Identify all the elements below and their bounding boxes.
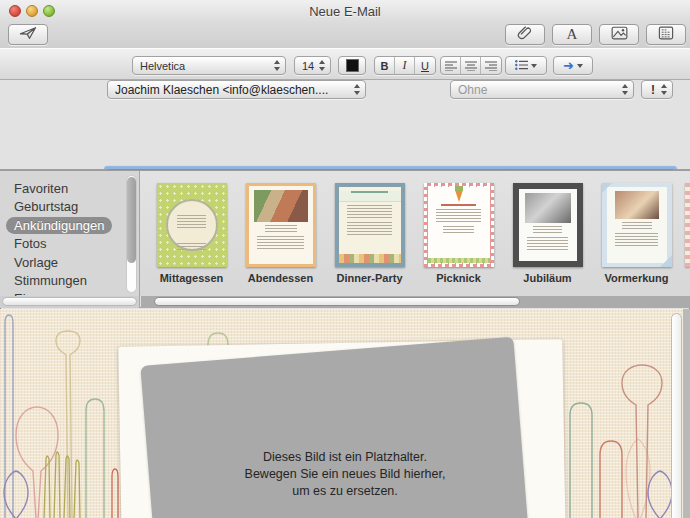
signature-value: Ohne: [458, 83, 487, 97]
bold-button[interactable]: B: [375, 57, 395, 74]
from-value: Joachim Klaeschen <info@klaeschen....: [115, 83, 328, 97]
template-jubilaeum[interactable]: Jubiläum: [503, 183, 592, 297]
chevron-down-icon: [531, 64, 537, 68]
stepper-icon: [273, 59, 282, 72]
underline-button[interactable]: U: [415, 57, 435, 74]
sidebar-item-ankuendigungen[interactable]: Ankündigungen: [14, 218, 139, 236]
chevron-down-icon: [577, 64, 583, 68]
sidebar-item-favoriten[interactable]: Favoriten: [14, 181, 139, 199]
send-button[interactable]: [8, 24, 48, 45]
template-name: Picknick: [414, 272, 503, 284]
font-family-popup[interactable]: Helvetica: [132, 56, 286, 75]
templates-hscrollbar[interactable]: [141, 296, 690, 308]
paperclip-icon: [517, 25, 533, 44]
sidebar-item-fotos[interactable]: Fotos: [14, 236, 139, 254]
template-thumbnail[interactable]: [602, 183, 672, 267]
italic-button[interactable]: I: [395, 57, 415, 74]
photo-icon: [611, 26, 628, 44]
stepper-icon: [621, 83, 630, 96]
template-name: Abendessen: [236, 272, 325, 284]
sidebar-item-stimmungen[interactable]: Stimmungen: [14, 273, 139, 291]
paper-plane-icon: [19, 26, 37, 44]
from-popup[interactable]: Joachim Klaeschen <info@klaeschen....: [107, 80, 366, 99]
template-abendessen[interactable]: Abendessen: [236, 183, 325, 297]
attach-button[interactable]: [505, 24, 545, 45]
template-thumbnail[interactable]: [246, 183, 316, 267]
category-sidebar: Favoriten Geburtstag Ankündigungen Fotos…: [0, 171, 140, 297]
alignment-segmented-control: [440, 56, 502, 75]
align-center-button[interactable]: [461, 57, 481, 74]
header-fields: An: + Betreff: ≡ Von: Joachim Klaeschen …: [0, 80, 690, 170]
fonts-button[interactable]: A: [552, 24, 592, 45]
style-segmented-control: B I U: [374, 56, 436, 75]
template-thumbnail[interactable]: [424, 183, 494, 267]
template-dinner-party[interactable]: Dinner-Party: [325, 183, 414, 297]
placeholder-line: um es zu ersetzen.: [170, 483, 520, 500]
template-name: Dinner-Party: [325, 272, 414, 284]
template-thumbnail[interactable]: [513, 183, 583, 267]
template-strip: Mittagessen Abendessen Dinner-Party Pick…: [141, 171, 690, 297]
signature-popup[interactable]: Ohne: [450, 80, 634, 99]
indent-arrow-icon: ➜: [563, 59, 574, 72]
indent-popup[interactable]: ➜: [553, 56, 593, 75]
placeholder-text: Dieses Bild ist ein Platzhalter. Bewegen…: [170, 449, 520, 500]
template-name: Jubiläum: [503, 272, 592, 284]
letter-A-icon: A: [567, 26, 578, 43]
font-size-value: 14: [302, 60, 314, 72]
sidebar-item-geburtstag[interactable]: Geburtstag: [14, 199, 139, 217]
template-thumbnail[interactable]: [157, 183, 227, 267]
stepper-icon: [660, 83, 669, 96]
bullet-list-icon: [515, 60, 528, 72]
sidebar-item-vorlage[interactable]: Vorlage: [14, 255, 139, 273]
template-mittagessen[interactable]: Mittagessen: [147, 183, 236, 297]
font-family-value: Helvetica: [140, 60, 185, 72]
align-right-button[interactable]: [481, 57, 501, 74]
sidebar-hscrollbar-thumb[interactable]: [2, 297, 137, 306]
priority-glyph: !: [651, 83, 655, 97]
window-title: Neue E-Mail: [0, 4, 690, 19]
toolbar: A: [0, 22, 690, 48]
message-body[interactable]: Dieses Bild ist ein Platzhalter. Bewegen…: [0, 309, 690, 518]
align-left-button[interactable]: [441, 57, 461, 74]
sidebar-scrollbar-thumb[interactable]: [127, 177, 136, 263]
color-swatch-icon: [346, 59, 359, 72]
body-scrollbar-thumb[interactable]: [671, 313, 682, 518]
title-bar: Neue E-Mail: [0, 0, 690, 22]
stepper-icon: [318, 59, 327, 72]
stationery-browser: Favoriten Geburtstag Ankündigungen Fotos…: [0, 170, 690, 296]
browser-scroll-strip: [0, 296, 690, 308]
stationery-button[interactable]: [646, 24, 686, 45]
template-partial-next[interactable]: [685, 183, 690, 267]
priority-popup[interactable]: !: [641, 80, 673, 99]
font-size-popup[interactable]: 14: [294, 56, 331, 75]
templates-hscrollbar-thumb[interactable]: [154, 297, 520, 306]
window-edge: [683, 309, 690, 518]
sidebar-scrollbar[interactable]: [126, 175, 137, 293]
template-picknick[interactable]: Picknick: [414, 183, 503, 297]
stepper-icon: [353, 83, 362, 96]
format-bar: Helvetica 14 B I U ➜: [0, 48, 690, 80]
photo-browser-button[interactable]: [599, 24, 639, 45]
template-name: Vormerkung: [592, 272, 681, 284]
template-thumbnail[interactable]: [335, 183, 405, 267]
template-name: Mittagessen: [147, 272, 236, 284]
template-vormerkung[interactable]: Vormerkung: [592, 183, 681, 297]
compose-window: Neue E-Mail A Helveti: [0, 0, 690, 518]
stationery-icon: [658, 26, 674, 44]
sidebar-hscrollbar[interactable]: [0, 296, 140, 308]
placeholder-line: Dieses Bild ist ein Platzhalter.: [170, 449, 520, 466]
text-color-well[interactable]: [338, 56, 366, 75]
placeholder-line: Bewegen Sie ein neues Bild hierher,: [170, 466, 520, 483]
list-style-popup[interactable]: [505, 56, 547, 75]
